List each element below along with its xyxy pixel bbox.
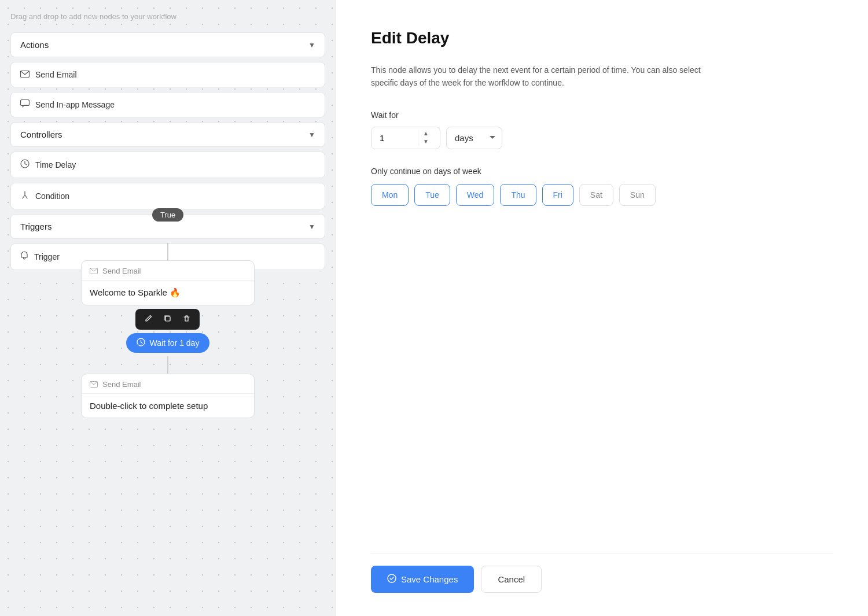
workflow-node-send-email-2[interactable]: Send Email Double-click to complete setu… [81, 374, 255, 418]
increment-button[interactable]: ▲ [418, 130, 433, 138]
day-btn-wed[interactable]: Wed [456, 184, 495, 206]
day-btn-tue[interactable]: Tue [414, 184, 450, 206]
day-btn-sat[interactable]: Sat [579, 184, 613, 206]
wait-for-label: Wait for [371, 110, 833, 120]
workflow-node-send-email[interactable]: Send Email Welcome to Sparkle 🔥 [81, 260, 255, 305]
days-of-week-label: Only continue on days of week [371, 167, 833, 176]
node2-body: Double-click to complete setup [82, 394, 254, 418]
wait-value-field[interactable] [372, 127, 418, 149]
right-panel: Edit Delay This node allows you to delay… [336, 0, 868, 616]
node1-body: Welcome to Sparkle 🔥 [82, 281, 254, 305]
toolbar-area: Wait for 1 day [126, 309, 210, 353]
node2-header-label: Send Email [102, 380, 141, 389]
workflow-flow: True Send Email Welcome to Sparkle 🔥 [81, 208, 255, 418]
day-btn-fri[interactable]: Fri [542, 184, 573, 206]
wait-number-input[interactable]: ▲ ▼ [371, 127, 440, 149]
days-row: Mon Tue Wed Thu Fri Sat Sun [371, 184, 833, 206]
copy-button[interactable] [158, 311, 177, 327]
connector-line-2 [167, 356, 168, 374]
workflow-canvas: True Send Email Welcome to Sparkle 🔥 [0, 0, 336, 616]
day-btn-thu[interactable]: Thu [500, 184, 536, 206]
unit-select[interactable]: days hours minutes weeks [446, 127, 502, 149]
bottom-actions: Save Changes Cancel [371, 554, 833, 593]
node2-header: Send Email [82, 374, 254, 394]
edit-button[interactable] [139, 311, 158, 327]
save-icon [387, 574, 396, 585]
page-title: Edit Delay [371, 29, 833, 47]
node1-header-label: Send Email [102, 267, 141, 275]
spinners: ▲ ▼ [418, 130, 433, 146]
decrement-button[interactable]: ▼ [418, 138, 433, 146]
wait-badge-label: Wait for 1 day [150, 338, 200, 348]
node-action-toolbar [135, 309, 200, 330]
wait-badge[interactable]: Wait for 1 day [126, 333, 210, 353]
edit-description: This node allows you to delay the next e… [371, 64, 730, 90]
wait-for-row: ▲ ▼ days hours minutes weeks [371, 127, 833, 149]
save-label: Save Changes [401, 574, 458, 584]
delete-button[interactable] [177, 311, 196, 327]
connector-line-1 [167, 243, 168, 260]
svg-rect-4 [165, 316, 170, 321]
left-panel: Drag and drop to add new nodes to your w… [0, 0, 336, 616]
day-btn-sun[interactable]: Sun [619, 184, 656, 206]
save-changes-button[interactable]: Save Changes [371, 566, 474, 593]
day-btn-mon[interactable]: Mon [371, 184, 409, 206]
cancel-button[interactable]: Cancel [481, 566, 542, 593]
clock-badge-icon [137, 338, 145, 348]
svg-point-7 [388, 574, 396, 582]
node1-header: Send Email [82, 261, 254, 281]
true-badge: True [152, 208, 183, 222]
